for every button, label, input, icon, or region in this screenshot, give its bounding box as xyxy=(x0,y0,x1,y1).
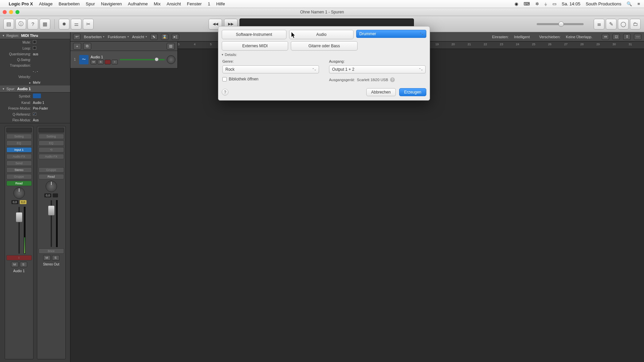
zoom-v-button[interactable]: ⇕ xyxy=(623,34,631,40)
track-input-button[interactable]: I xyxy=(112,60,118,64)
zoom-fit-button[interactable]: ⊡ xyxy=(612,34,620,40)
menu-record[interactable]: Aufnahme xyxy=(128,1,148,6)
menu-extras-icon[interactable]: ≡ xyxy=(637,1,640,6)
global-tracks-button[interactable]: ▥ xyxy=(167,43,175,50)
pan-knob[interactable] xyxy=(13,187,25,199)
zoom-h-button[interactable]: ⇔ xyxy=(602,34,609,40)
menu-mix[interactable]: Mix xyxy=(154,1,161,6)
tab-guitar-bass[interactable]: Gitarre oder Bass xyxy=(291,41,357,51)
track-icon[interactable]: 〜 xyxy=(79,55,89,64)
menu-navigate[interactable]: Navigieren xyxy=(101,1,122,6)
input-monitor-button[interactable]: I xyxy=(6,255,32,260)
solo-button[interactable]: S xyxy=(20,262,27,267)
functions-menu[interactable]: Funktionen xyxy=(108,35,128,39)
track-mute-button[interactable]: M xyxy=(91,60,97,64)
setting-slot[interactable]: Setting xyxy=(6,134,32,139)
cancel-button[interactable]: Abbrechen xyxy=(366,88,396,96)
inspector-region-header[interactable]: ▾ Region: MIDI Thru xyxy=(0,32,70,39)
input-slot[interactable]: Input 1 xyxy=(6,147,32,153)
output-select[interactable]: Output 1 + 2 xyxy=(329,65,426,73)
library-button[interactable]: ▤ xyxy=(3,19,14,29)
menu-1[interactable]: 1 xyxy=(208,1,210,6)
window-zoom-button[interactable] xyxy=(15,10,19,14)
quantize-value[interactable]: aus xyxy=(33,52,38,56)
mixer-button[interactable]: ⚌ xyxy=(71,19,82,29)
window-minimize-button[interactable] xyxy=(9,10,13,14)
more-disclosure[interactable]: Mehr xyxy=(33,81,41,84)
flex-value[interactable]: Aus xyxy=(33,118,39,122)
open-library-checkbox[interactable] xyxy=(222,77,227,81)
tab-external-midi[interactable]: Externes MIDI xyxy=(222,41,288,51)
add-track-button[interactable]: + xyxy=(73,43,81,50)
smartcontrols-button[interactable]: ✹ xyxy=(59,19,69,29)
toolbar-button[interactable]: ▦ xyxy=(40,19,50,29)
tab-software-instrument[interactable]: Software-Instrument xyxy=(222,30,286,39)
flex-button[interactable]: ⌛ xyxy=(161,34,168,40)
bounce-button[interactable]: Bnce xyxy=(39,248,64,254)
channel-value[interactable]: Audio 1 xyxy=(33,101,44,105)
mute-button[interactable]: M xyxy=(11,262,18,267)
automation-slot[interactable]: Read xyxy=(6,181,32,186)
freeze-value[interactable]: Pre-Fader xyxy=(33,107,48,110)
app-name[interactable]: Logic Pro X xyxy=(9,1,33,6)
menu-track[interactable]: Spur xyxy=(86,1,95,6)
menubar-user[interactable]: South Productions xyxy=(586,1,621,6)
loop-checkbox[interactable] xyxy=(33,46,36,50)
group-slot[interactable]: Gruppe xyxy=(6,174,32,179)
tab-drummer[interactable]: Drummer xyxy=(356,30,426,38)
details-disclosure[interactable]: Details: xyxy=(222,53,426,57)
edit-menu[interactable]: Bearbeiten xyxy=(84,35,104,39)
mute-checkbox[interactable] xyxy=(33,40,36,44)
send-slot[interactable]: Send xyxy=(6,161,32,166)
track-record-button[interactable] xyxy=(105,60,111,64)
track-row-1[interactable]: 1 〜 Audio 1 M S I xyxy=(70,51,177,68)
qref-checkbox[interactable] xyxy=(33,112,36,116)
window-close-button[interactable] xyxy=(3,10,7,14)
track-pan-knob[interactable] xyxy=(167,55,175,64)
volume-fader-out[interactable] xyxy=(43,200,60,247)
quickhelp-button[interactable]: ? xyxy=(28,19,38,29)
format-slot[interactable]: Stereo xyxy=(6,167,32,173)
spotlight-icon[interactable]: 🔍 xyxy=(627,1,632,6)
menu-edit[interactable]: Bearbeiten xyxy=(59,1,80,6)
inspector-button[interactable]: ⓘ xyxy=(15,19,26,29)
menu-file[interactable]: Ablage xyxy=(39,1,52,6)
audiofx-slot[interactable]: Audio FX xyxy=(6,154,32,159)
automation-button[interactable]: ⬊ xyxy=(150,34,158,40)
editors-button[interactable]: ✂ xyxy=(83,19,94,29)
track-volume-slider[interactable] xyxy=(120,59,165,60)
menu-help[interactable]: Hilfe xyxy=(216,1,225,6)
status-bluetooth-icon[interactable]: ⏚ xyxy=(544,1,547,6)
menubar-clock[interactable]: Sa. 14:05 xyxy=(562,1,581,6)
volume-fader[interactable] xyxy=(11,207,28,254)
menu-window[interactable]: Fenster xyxy=(187,1,202,6)
eq-slot[interactable]: EQ xyxy=(6,140,32,146)
status-keyboard-icon[interactable]: ⌨ xyxy=(524,1,530,6)
dialog-help-button[interactable]: ? xyxy=(222,89,228,96)
track-solo-button[interactable]: S xyxy=(98,60,104,64)
drag-select[interactable]: Keine Überlapp. xyxy=(564,34,598,40)
notepad-button[interactable]: ✎ xyxy=(606,19,616,29)
pan-knob-out[interactable] xyxy=(46,181,57,192)
status-sync-icon[interactable]: ✲ xyxy=(535,1,539,6)
link-slot[interactable]: ⟲ xyxy=(39,147,64,153)
master-volume-slider[interactable] xyxy=(537,23,584,25)
tab-audio[interactable]: Audio xyxy=(289,30,354,39)
listeditors-button[interactable]: ≣ xyxy=(594,19,604,29)
status-display-icon[interactable]: ▭ xyxy=(552,1,556,6)
loops-button[interactable]: ◯ xyxy=(618,19,629,29)
catch-playhead-button[interactable]: ↩ xyxy=(73,34,80,40)
waveform-zoom-button[interactable]: 〰 xyxy=(634,34,641,40)
track-icon-thumb[interactable] xyxy=(33,94,41,98)
browser-button[interactable]: 🗀 xyxy=(630,19,641,29)
status-record-icon[interactable]: ◉ xyxy=(515,1,518,6)
toolmenu-button[interactable]: ▸| xyxy=(172,34,179,40)
inspector-track-header[interactable]: ▾ Spur: Audio 1 xyxy=(0,85,70,93)
duplicate-track-button[interactable]: ⧉ xyxy=(83,43,91,50)
device-info-icon[interactable]: ? xyxy=(390,77,395,82)
snap-select[interactable]: Intelligent xyxy=(512,34,536,40)
genre-select[interactable]: Rock xyxy=(222,65,319,73)
view-menu[interactable]: Ansicht xyxy=(132,35,147,39)
create-button[interactable]: Erzeugen xyxy=(399,88,426,96)
menu-view[interactable]: Ansicht xyxy=(167,1,181,6)
